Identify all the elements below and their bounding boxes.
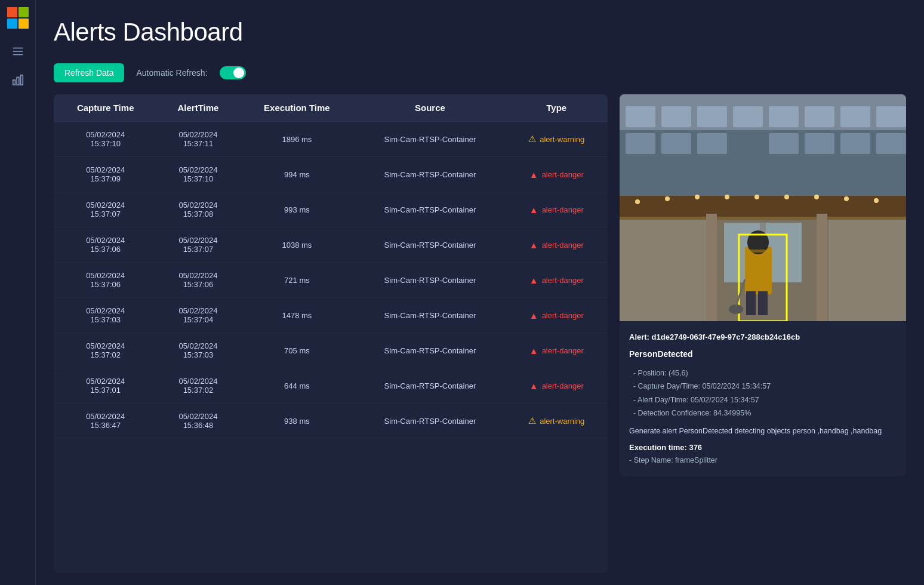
exec-time-cell: 938 ms bbox=[239, 404, 355, 439]
table-row[interactable]: 05/02/202415:37:10 05/02/202415:37:11 18… bbox=[54, 122, 608, 157]
alert-time-cell: 05/02/202415:37:07 bbox=[157, 227, 239, 263]
svg-point-15 bbox=[754, 195, 759, 199]
table-row[interactable]: 05/02/202415:37:07 05/02/202415:37:08 99… bbox=[54, 192, 608, 227]
source-cell: Sim-Cam-RTSP-Container bbox=[355, 333, 505, 368]
page-title: Alerts Dashboard bbox=[54, 18, 906, 47]
svg-point-18 bbox=[844, 196, 849, 201]
svg-rect-37 bbox=[697, 133, 727, 154]
svg-rect-23 bbox=[817, 214, 827, 321]
svg-rect-29 bbox=[697, 106, 727, 127]
alert-alert-datetime: - Alert Day/Time: 05/02/2024 15:34:57 bbox=[629, 393, 897, 407]
capture-time-cell: 05/02/202415:37:02 bbox=[54, 333, 157, 368]
sidebar bbox=[0, 0, 36, 585]
capture-time-cell: 05/02/202415:37:07 bbox=[54, 192, 157, 227]
alert-generate-text: Generate alert PersonDetected detecting … bbox=[629, 425, 897, 438]
svg-rect-10 bbox=[620, 217, 906, 220]
type-label: alert-danger bbox=[542, 170, 584, 179]
alert-time-cell: 05/02/202415:37:03 bbox=[157, 333, 239, 368]
alert-capture-datetime: - Capture Day/Time: 05/02/2024 15:34:57 bbox=[629, 380, 897, 393]
source-cell: Sim-Cam-RTSP-Container bbox=[355, 263, 505, 298]
type-cell: ▲ alert-danger bbox=[506, 263, 608, 298]
svg-point-17 bbox=[814, 195, 819, 199]
capture-time-cell: 05/02/202415:37:10 bbox=[54, 122, 157, 157]
auto-refresh-toggle[interactable] bbox=[220, 66, 246, 79]
sidebar-chart-icon[interactable] bbox=[7, 69, 29, 91]
alert-confidence: - Detection Confidence: 84.34995% bbox=[629, 407, 897, 420]
source-cell: Sim-Cam-RTSP-Container bbox=[355, 404, 505, 439]
alerts-table-container[interactable]: Capture Time AlertTime Execution Time So… bbox=[54, 94, 608, 573]
svg-rect-41 bbox=[876, 133, 906, 154]
svg-rect-44 bbox=[746, 291, 756, 315]
alert-type: PersonDetected bbox=[629, 347, 897, 362]
svg-rect-36 bbox=[661, 133, 691, 154]
svg-rect-35 bbox=[626, 133, 655, 154]
type-label: alert-warning bbox=[540, 135, 584, 144]
capture-time-cell: 05/02/202415:36:47 bbox=[54, 404, 157, 439]
capture-time-cell: 05/02/202415:37:06 bbox=[54, 263, 157, 298]
svg-point-11 bbox=[635, 199, 640, 204]
warning-icon: ⚠ bbox=[528, 134, 536, 144]
svg-rect-31 bbox=[769, 106, 799, 127]
type-cell: ▲ alert-danger bbox=[506, 227, 608, 263]
camera-image bbox=[620, 94, 906, 321]
col-header-capture-time: Capture Time bbox=[54, 94, 157, 122]
svg-rect-28 bbox=[661, 106, 691, 127]
svg-rect-3 bbox=[13, 80, 15, 85]
alert-time-cell: 05/02/202415:37:10 bbox=[157, 157, 239, 192]
table-row[interactable]: 05/02/202415:36:47 05/02/202415:36:48 93… bbox=[54, 404, 608, 439]
svg-rect-38 bbox=[769, 133, 799, 154]
alert-id-line: Alert: d1de2749-063f-47e9-97c7-288cb24c1… bbox=[629, 331, 897, 344]
capture-time-cell: 05/02/202415:37:06 bbox=[54, 227, 157, 263]
svg-point-14 bbox=[725, 195, 729, 199]
type-label: alert-danger bbox=[542, 346, 584, 355]
exec-time-cell: 705 ms bbox=[239, 333, 355, 368]
type-cell: ▲ alert-danger bbox=[506, 298, 608, 333]
capture-time-cell: 05/02/202415:37:09 bbox=[54, 157, 157, 192]
table-row[interactable]: 05/02/202415:37:02 05/02/202415:37:03 70… bbox=[54, 333, 608, 368]
table-row[interactable]: 05/02/202415:37:03 05/02/202415:37:04 14… bbox=[54, 298, 608, 333]
type-cell: ⚠ alert-warning bbox=[506, 122, 608, 157]
refresh-data-button[interactable]: Refresh Data bbox=[54, 63, 124, 82]
svg-rect-40 bbox=[840, 133, 870, 154]
exec-time-cell: 721 ms bbox=[239, 263, 355, 298]
exec-time-cell: 1896 ms bbox=[239, 122, 355, 157]
danger-icon: ▲ bbox=[529, 240, 538, 250]
toggle-knob bbox=[233, 67, 244, 78]
danger-icon: ▲ bbox=[529, 381, 538, 391]
svg-point-19 bbox=[874, 198, 879, 203]
type-label: alert-danger bbox=[542, 276, 584, 285]
exec-time-cell: 1038 ms bbox=[239, 227, 355, 263]
col-header-exec-time: Execution Time bbox=[239, 94, 355, 122]
exec-time-cell: 993 ms bbox=[239, 192, 355, 227]
source-cell: Sim-Cam-RTSP-Container bbox=[355, 192, 505, 227]
type-label: alert-danger bbox=[542, 205, 584, 214]
table-row[interactable]: 05/02/202415:37:06 05/02/202415:37:06 72… bbox=[54, 263, 608, 298]
controls-bar: Refresh Data Automatic Refresh: bbox=[54, 63, 906, 82]
danger-icon: ▲ bbox=[529, 310, 538, 321]
svg-rect-9 bbox=[620, 196, 906, 220]
danger-icon: ▲ bbox=[529, 275, 538, 285]
type-label: alert-danger bbox=[542, 241, 584, 250]
type-label: alert-warning bbox=[540, 417, 584, 426]
alert-time-cell: 05/02/202415:37:04 bbox=[157, 298, 239, 333]
exec-time-cell: 644 ms bbox=[239, 368, 355, 404]
microsoft-logo bbox=[7, 7, 29, 29]
sidebar-hamburger-icon[interactable] bbox=[7, 41, 29, 62]
alert-time-cell: 05/02/202415:37:02 bbox=[157, 368, 239, 404]
svg-rect-39 bbox=[805, 133, 834, 154]
svg-point-12 bbox=[665, 196, 670, 201]
svg-rect-32 bbox=[805, 106, 834, 127]
svg-point-16 bbox=[784, 195, 789, 199]
table-row[interactable]: 05/02/202415:37:09 05/02/202415:37:10 99… bbox=[54, 157, 608, 192]
source-cell: Sim-Cam-RTSP-Container bbox=[355, 227, 505, 263]
source-cell: Sim-Cam-RTSP-Container bbox=[355, 157, 505, 192]
source-cell: Sim-Cam-RTSP-Container bbox=[355, 368, 505, 404]
type-cell: ▲ alert-danger bbox=[506, 157, 608, 192]
alert-id-label: Alert: bbox=[629, 332, 649, 341]
right-panel: Alert: d1de2749-063f-47e9-97c7-288cb24c1… bbox=[620, 94, 906, 573]
danger-icon: ▲ bbox=[529, 205, 538, 215]
svg-rect-27 bbox=[626, 106, 655, 127]
table-row[interactable]: 05/02/202415:37:06 05/02/202415:37:07 10… bbox=[54, 227, 608, 263]
alert-position: - Position: (45,6) bbox=[629, 367, 897, 380]
table-row[interactable]: 05/02/202415:37:01 05/02/202415:37:02 64… bbox=[54, 368, 608, 404]
